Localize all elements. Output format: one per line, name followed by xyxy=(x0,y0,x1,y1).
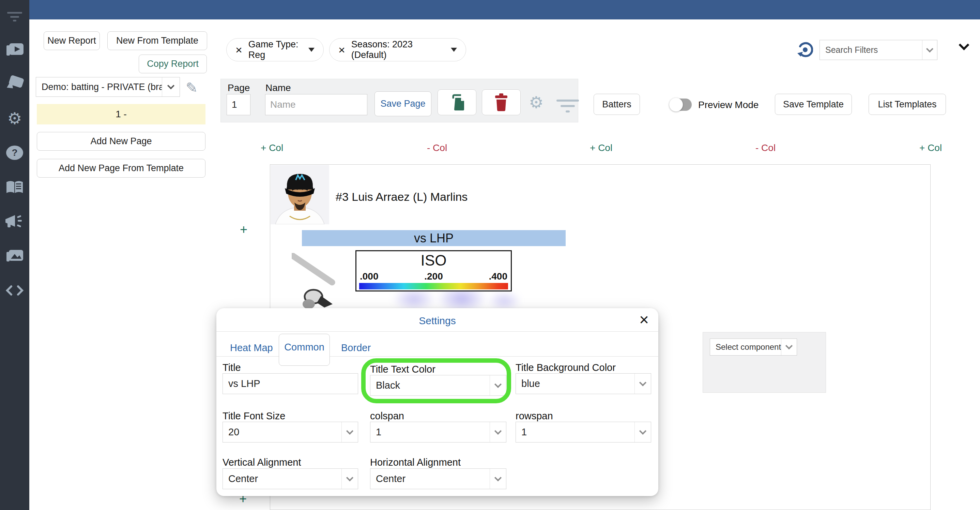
modal-divider xyxy=(216,332,658,332)
title-text-color-label: Title Text Color xyxy=(370,364,436,375)
select-component-chevron[interactable] xyxy=(781,339,797,355)
iso-legend: ISO .000 .200 .400 xyxy=(355,250,512,292)
svg-text:?: ? xyxy=(11,147,18,158)
chip-label: Game Type: Reg xyxy=(248,39,302,61)
expand-filters-chevron-icon[interactable] xyxy=(960,44,968,49)
chip-caret-icon[interactable] xyxy=(309,48,315,52)
filter-menu-icon[interactable] xyxy=(0,9,29,24)
preview-mode-label: Preview Mode xyxy=(698,100,759,110)
duplicate-page-button[interactable] xyxy=(438,89,476,115)
colspan-value: 1 xyxy=(371,422,490,442)
new-from-template-button[interactable]: New From Template xyxy=(107,31,207,50)
save-template-button[interactable]: Save Template xyxy=(775,94,852,115)
edit-report-pencil-icon[interactable]: ✎ xyxy=(186,80,197,96)
rowspan-value: 1 xyxy=(516,422,635,442)
heatmap-blob xyxy=(487,290,521,311)
image-library-icon[interactable] xyxy=(0,246,29,265)
tab-common[interactable]: Common xyxy=(279,334,330,366)
section-title: vs LHP xyxy=(414,231,453,245)
colspan-label: colspan xyxy=(370,410,404,422)
modal-title[interactable]: Settings xyxy=(216,315,658,327)
page-name-input[interactable] xyxy=(265,94,368,115)
name-label: Name xyxy=(266,83,291,93)
vertical-alignment-select[interactable]: Center xyxy=(223,469,358,489)
title-text-color-value: Black xyxy=(371,375,490,395)
announcements-icon[interactable] xyxy=(0,212,29,231)
title-background-color-select[interactable]: blue xyxy=(515,373,651,394)
title-background-color-value: blue xyxy=(516,374,635,394)
add-column-button[interactable]: + Col xyxy=(261,142,283,153)
batters-button[interactable]: Batters xyxy=(593,94,640,115)
section-title-bar[interactable]: vs LHP xyxy=(302,230,566,246)
toggle-knob xyxy=(669,98,683,112)
chip-caret-icon[interactable] xyxy=(451,48,457,52)
chip-remove-icon[interactable]: × xyxy=(235,44,242,56)
playbook-icon[interactable] xyxy=(0,178,29,197)
delete-page-button[interactable] xyxy=(482,89,521,115)
horizontal-alignment-select[interactable]: Center xyxy=(370,469,506,489)
help-icon[interactable]: ? xyxy=(0,143,29,162)
code-icon[interactable] xyxy=(0,282,29,299)
filter-history-icon[interactable] xyxy=(796,41,813,59)
trash-icon xyxy=(496,100,506,111)
add-column-button[interactable]: + Col xyxy=(590,142,612,153)
legend-tick-max: .400 xyxy=(489,271,508,282)
modal-close-icon[interactable]: × xyxy=(639,310,649,329)
page-settings-gear-icon[interactable]: ⚙ xyxy=(529,93,544,112)
page-filter-icon[interactable] xyxy=(555,100,580,116)
report-select-chevron[interactable] xyxy=(162,77,180,96)
legend-tick-mid: .200 xyxy=(424,271,443,282)
horizontal-alignment-value: Center xyxy=(371,469,490,489)
list-templates-button[interactable]: List Templates xyxy=(869,94,946,115)
add-row-button[interactable]: + xyxy=(240,222,247,237)
vertical-alignment-label: Vertical Alignment xyxy=(223,457,301,468)
player-header: #3 Luis Arraez (L) Marlins xyxy=(336,190,468,204)
title-text-color-select[interactable]: Black xyxy=(370,375,506,396)
title-input[interactable] xyxy=(223,373,358,394)
remove-column-button[interactable]: - Col xyxy=(756,142,776,153)
rowspan-label: rowspan xyxy=(515,410,553,422)
filter-chip-seasons[interactable]: × Seasons: 2023 (Default) xyxy=(329,38,466,61)
colspan-select[interactable]: 1 xyxy=(370,422,506,443)
tab-heat-map[interactable]: Heat Map xyxy=(230,342,273,354)
legend-gradient-bar xyxy=(359,283,508,289)
settings-gear-icon[interactable]: ⚙ xyxy=(0,108,29,128)
legend-title: ISO xyxy=(356,252,511,269)
batter-illustration xyxy=(292,253,363,312)
page-label: Page xyxy=(228,83,250,93)
app-window: ⚙ ? New Report New From Template Copy Re… xyxy=(0,0,980,510)
icon-rail: ⚙ ? xyxy=(0,0,29,510)
card-stack-icon[interactable] xyxy=(0,74,29,93)
rowspan-select[interactable]: 1 xyxy=(515,422,651,443)
tab-common-label: Common xyxy=(284,342,325,353)
chip-remove-icon[interactable]: × xyxy=(338,44,345,56)
add-new-page-from-template-button[interactable]: Add New Page From Template xyxy=(37,159,205,178)
select-component-dropdown[interactable]: Select component xyxy=(710,338,797,355)
top-navigation-bar xyxy=(29,0,980,19)
page-list-item-active[interactable]: 1 - xyxy=(37,104,205,124)
tab-border[interactable]: Border xyxy=(341,342,371,354)
chip-label: Seasons: 2023 (Default) xyxy=(351,39,445,61)
new-report-button[interactable]: New Report xyxy=(44,31,100,50)
search-filters-select[interactable]: Search Filters xyxy=(819,40,937,60)
select-component-placeholder: Select component xyxy=(710,339,781,355)
component-placeholder-cell: Select component xyxy=(703,332,826,393)
settings-modal: Settings × Heat Map Common Border Title … xyxy=(216,308,658,496)
vertical-alignment-value: Center xyxy=(223,469,341,489)
title-font-size-label: Title Font Size xyxy=(223,410,285,422)
search-filters-chevron[interactable] xyxy=(922,40,937,60)
save-page-button[interactable]: Save Page xyxy=(374,91,431,116)
filter-chip-game-type[interactable]: × Game Type: Reg xyxy=(226,38,324,61)
preview-mode-toggle[interactable] xyxy=(670,99,692,111)
add-column-button[interactable]: + Col xyxy=(920,142,942,153)
copy-report-button[interactable]: Copy Report xyxy=(139,54,207,73)
add-new-page-button[interactable]: Add New Page xyxy=(37,132,205,151)
title-font-size-select[interactable]: 20 xyxy=(223,422,358,443)
title-label: Title xyxy=(223,362,241,373)
report-select[interactable]: Demo: batting - PRIVATE (brad... xyxy=(36,77,180,97)
legend-tick-min: .000 xyxy=(360,271,379,282)
video-library-icon[interactable] xyxy=(0,40,29,59)
page-number-input[interactable] xyxy=(227,94,250,115)
search-filters-placeholder: Search Filters xyxy=(820,40,922,60)
remove-column-button[interactable]: - Col xyxy=(427,142,447,153)
